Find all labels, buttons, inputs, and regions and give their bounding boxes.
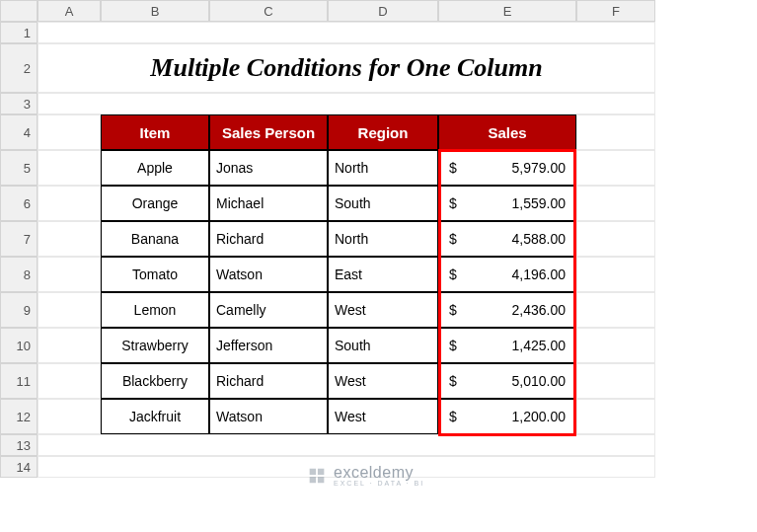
- cell-item[interactable]: Tomato: [101, 257, 209, 292]
- header-item[interactable]: Item: [101, 114, 209, 150]
- col-header-c[interactable]: C: [209, 0, 328, 22]
- sales-value: 1,559.00: [512, 195, 567, 211]
- cell-empty[interactable]: [38, 93, 655, 114]
- cell-person[interactable]: Jefferson: [209, 328, 328, 363]
- row-header-9[interactable]: 9: [0, 292, 38, 328]
- currency-symbol: $: [449, 195, 457, 211]
- page-title[interactable]: Multiple Conditions for One Column: [38, 43, 655, 93]
- cell-empty[interactable]: [38, 22, 655, 43]
- cell-sales[interactable]: $1,559.00: [438, 186, 576, 221]
- row-header-14[interactable]: 14: [0, 456, 38, 478]
- cell-empty[interactable]: [38, 328, 101, 363]
- sales-value: 5,010.00: [512, 373, 567, 389]
- sales-value: 4,588.00: [512, 231, 567, 247]
- row-header-10[interactable]: 10: [0, 328, 38, 363]
- row-header-3[interactable]: 3: [0, 93, 38, 114]
- row-header-11[interactable]: 11: [0, 363, 38, 399]
- cell-person[interactable]: Watson: [209, 399, 328, 434]
- cell-empty[interactable]: [576, 186, 655, 221]
- col-header-e[interactable]: E: [438, 0, 576, 22]
- row-header-6[interactable]: 6: [0, 186, 38, 221]
- currency-symbol: $: [449, 373, 457, 389]
- currency-symbol: $: [449, 338, 457, 353]
- cell-person[interactable]: Watson: [209, 257, 328, 292]
- row-header-4[interactable]: 4: [0, 114, 38, 150]
- cell-region[interactable]: West: [328, 399, 438, 434]
- sales-value: 1,200.00: [512, 409, 567, 424]
- cell-sales[interactable]: $2,436.00: [438, 292, 576, 328]
- cell-item[interactable]: Apple: [101, 150, 209, 186]
- cell-region[interactable]: South: [328, 186, 438, 221]
- grid-corner: [0, 0, 38, 22]
- cell-item[interactable]: Jackfruit: [101, 399, 209, 434]
- sales-value: 4,196.00: [512, 266, 567, 282]
- watermark-logo: exceldemy EXCEL · DATA · BI: [306, 464, 424, 487]
- cell-region[interactable]: North: [328, 221, 438, 257]
- spreadsheet-grid: A B C D E F 1 2 Multiple Conditions for …: [0, 0, 757, 478]
- cell-empty[interactable]: [38, 257, 101, 292]
- row-header-2[interactable]: 2: [0, 43, 38, 93]
- cell-item[interactable]: Blackberry: [101, 363, 209, 399]
- cell-region[interactable]: East: [328, 257, 438, 292]
- cell-sales[interactable]: $4,196.00: [438, 257, 576, 292]
- header-sales-person[interactable]: Sales Person: [209, 114, 328, 150]
- cell-empty[interactable]: [576, 328, 655, 363]
- cell-empty[interactable]: [38, 434, 655, 456]
- cell-sales[interactable]: $5,010.00: [438, 363, 576, 399]
- cell-empty[interactable]: [576, 292, 655, 328]
- currency-symbol: $: [449, 266, 457, 282]
- watermark-tagline: EXCEL · DATA · BI: [334, 480, 424, 487]
- row-header-12[interactable]: 12: [0, 399, 38, 434]
- cell-item[interactable]: Banana: [101, 221, 209, 257]
- cell-person[interactable]: Jonas: [209, 150, 328, 186]
- header-region[interactable]: Region: [328, 114, 438, 150]
- cell-empty[interactable]: [576, 221, 655, 257]
- cell-empty[interactable]: [38, 399, 101, 434]
- currency-symbol: $: [449, 302, 457, 318]
- col-header-b[interactable]: B: [101, 0, 209, 22]
- col-header-d[interactable]: D: [328, 0, 438, 22]
- col-header-f[interactable]: F: [576, 0, 655, 22]
- row-header-1[interactable]: 1: [0, 22, 38, 43]
- cell-region[interactable]: West: [328, 292, 438, 328]
- cell-item[interactable]: Lemon: [101, 292, 209, 328]
- cell-empty[interactable]: [576, 150, 655, 186]
- header-sales[interactable]: Sales: [438, 114, 576, 150]
- cell-empty[interactable]: [576, 363, 655, 399]
- cell-person[interactable]: Richard: [209, 363, 328, 399]
- cell-region[interactable]: North: [328, 150, 438, 186]
- cell-empty[interactable]: [38, 114, 101, 150]
- cell-item[interactable]: Strawberry: [101, 328, 209, 363]
- exceldemy-icon: [306, 465, 328, 487]
- sales-value: 5,979.00: [512, 160, 567, 176]
- cell-sales[interactable]: $5,979.00: [438, 150, 576, 186]
- cell-empty[interactable]: [576, 114, 655, 150]
- cell-person[interactable]: Michael: [209, 186, 328, 221]
- cell-empty[interactable]: [38, 150, 101, 186]
- currency-symbol: $: [449, 231, 457, 247]
- cell-empty[interactable]: [38, 363, 101, 399]
- cell-empty[interactable]: [576, 257, 655, 292]
- col-header-a[interactable]: A: [38, 0, 101, 22]
- currency-symbol: $: [449, 160, 457, 176]
- cell-empty[interactable]: [576, 399, 655, 434]
- cell-region[interactable]: South: [328, 328, 438, 363]
- row-header-7[interactable]: 7: [0, 221, 38, 257]
- cell-sales[interactable]: $1,200.00: [438, 399, 576, 434]
- currency-symbol: $: [449, 409, 457, 424]
- cell-person[interactable]: Richard: [209, 221, 328, 257]
- row-header-13[interactable]: 13: [0, 434, 38, 456]
- row-header-5[interactable]: 5: [0, 150, 38, 186]
- cell-empty[interactable]: [38, 221, 101, 257]
- sales-value: 2,436.00: [512, 302, 567, 318]
- cell-empty[interactable]: [38, 292, 101, 328]
- cell-region[interactable]: West: [328, 363, 438, 399]
- cell-item[interactable]: Orange: [101, 186, 209, 221]
- cell-person[interactable]: Camelly: [209, 292, 328, 328]
- cell-sales[interactable]: $4,588.00: [438, 221, 576, 257]
- cell-sales[interactable]: $1,425.00: [438, 328, 576, 363]
- cell-empty[interactable]: [38, 186, 101, 221]
- row-header-8[interactable]: 8: [0, 257, 38, 292]
- sales-value: 1,425.00: [512, 338, 567, 353]
